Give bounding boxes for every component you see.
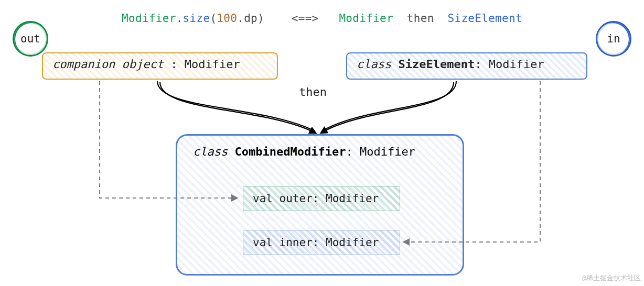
field-inner: val inner: Modifier [243,230,400,255]
companion-object-label: companion object [52,58,164,71]
combined-modifier-box: class CombinedModifier: Modifier val out… [176,134,464,276]
token-popen: ( [210,12,217,25]
token-size: size [183,12,210,25]
combined-modifier-title: class CombinedModifier: Modifier [193,145,415,158]
arrow-then-left2 [160,82,316,133]
token-sizeelem: SizeElement [448,12,522,25]
in-bubble: in [596,21,631,57]
field-outer-text: val outer: Modifier [253,192,379,205]
size-element-type: Modifier [489,58,544,71]
field-inner-text: val inner: Modifier [253,236,379,249]
size-element-box: class SizeElement: Modifier [346,52,587,80]
token-modifier2: Modifier [339,12,393,25]
token-equiv: <==> [292,12,319,25]
in-bubble-text: in [607,32,620,45]
watermark: @稀土掘金技术社区 [582,273,641,283]
out-bubble-text: out [20,32,40,45]
size-element-kw: class [357,58,398,71]
then-label: then [299,85,327,98]
combined-kw: class [193,145,234,158]
arrow-then-right2 [321,82,454,133]
token-modifier: Modifier [122,12,176,25]
size-element-colon: : [475,58,489,71]
combined-name: CombinedModifier [234,145,346,158]
token-then: then [407,12,434,25]
out-bubble: out [13,21,48,57]
token-pclose: ) [257,12,264,25]
combined-type: Modifier [360,145,415,158]
size-element-name: SizeElement [398,58,475,71]
companion-object-colon: : [164,58,185,71]
combined-colon: : [346,145,360,158]
top-expression: Modifier.size(100.dp) <==> Modifier then… [0,12,644,25]
token-dp: .dp [237,12,257,25]
companion-object-type: Modifier [185,58,240,71]
companion-object-box: companion object : Modifier [42,52,278,80]
field-outer: val outer: Modifier [243,186,400,211]
token-dot: . [176,12,183,25]
arrow-then-right [322,81,456,131]
arrow-then-left [157,81,315,131]
token-100: 100 [217,12,237,25]
